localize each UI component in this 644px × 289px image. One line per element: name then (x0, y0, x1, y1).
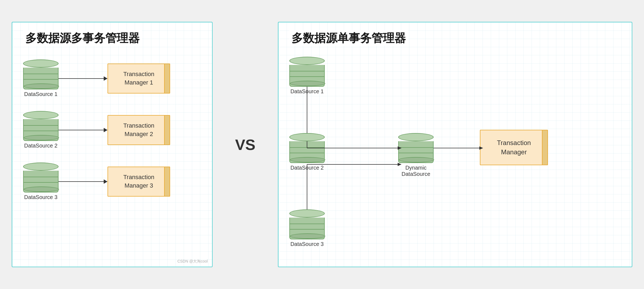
arrow-dds-tm (479, 146, 483, 150)
left-title: 多数据源多事务管理器 (23, 31, 142, 46)
db-body-2 (23, 119, 59, 141)
arrow-ds2-dds (398, 146, 401, 150)
datasource-2-cylinder (23, 111, 59, 141)
left-diagram: 多数据源多事务管理器 DataSource 1 (12, 22, 213, 267)
db-body-3 (23, 171, 59, 192)
main-container: 多数据源多事务管理器 DataSource 1 (12, 14, 632, 275)
db-bottom-3 (24, 186, 59, 192)
db-bottom-2 (24, 135, 59, 140)
tm3-label: Transaction Manager 3 (123, 173, 154, 190)
db-top-3 (23, 162, 59, 171)
datasource-1-cylinder (23, 59, 59, 89)
arrow-head-3 (104, 179, 108, 184)
left-row-2: DataSource 2 Transaction Manager 2 (23, 111, 201, 149)
ds2-label: DataSource 2 (24, 143, 57, 149)
tm2-label: Transaction Manager 2 (123, 122, 154, 139)
left-row-1: DataSource 1 Transaction Manager 1 (23, 59, 201, 97)
tm-box-1: Transaction Manager 1 (108, 64, 170, 94)
arrow-ds3-dds (398, 163, 401, 166)
db-line-1b (24, 79, 58, 80)
r-db-top-3 (289, 209, 325, 218)
tm-box-3: Transaction Manager 3 (108, 167, 170, 197)
db-line-3b (24, 182, 58, 183)
datasource-3-cylinder (23, 162, 59, 192)
db-top-1 (23, 59, 59, 68)
arrow-head-1 (104, 76, 108, 81)
left-content: DataSource 1 Transaction Manager 1 (23, 59, 201, 200)
db-body-1 (23, 68, 59, 89)
ds1-label: DataSource 1 (24, 91, 57, 97)
arrow-shaft-1 (59, 78, 104, 79)
r-db-top-2 (289, 133, 325, 141)
db-top-2 (23, 111, 59, 119)
db-line-1a (24, 74, 58, 74)
arrow-2 (59, 128, 108, 132)
ds2-wrapper: DataSource 2 (23, 111, 59, 149)
dynamic-db-top (398, 133, 434, 141)
ds3-label: DataSource 3 (24, 194, 57, 200)
arrow-1 (59, 76, 108, 81)
left-row-3: DataSource 3 Transaction Manager 3 (23, 162, 201, 200)
arrow-shaft-3 (59, 181, 104, 182)
db-line-3a (24, 177, 58, 177)
db-line-2a (24, 125, 58, 126)
db-bottom-1 (24, 83, 59, 89)
ds1-wrapper: DataSource 1 (23, 59, 59, 97)
r-db-top-1 (289, 57, 325, 65)
arrow-head-2 (104, 128, 108, 132)
db-line-2b (24, 131, 58, 131)
right-diagram: 多数据源单事务管理器 DataSource 1 (278, 22, 632, 267)
tm-box-2: Transaction Manager 2 (108, 115, 170, 145)
ds3-wrapper: DataSource 3 (23, 162, 59, 200)
arrow-shaft-2 (59, 130, 104, 130)
right-arrows-svg (289, 57, 621, 269)
right-title: 多数据源单事务管理器 (289, 31, 408, 46)
arrow-3 (59, 179, 108, 184)
watermark: CSDN @大淘cool (177, 259, 208, 264)
vs-label: VS (229, 136, 262, 153)
tm1-label: Transaction Manager 1 (123, 70, 154, 87)
right-content-area: DataSource 1 DataSource 2 (289, 57, 621, 269)
